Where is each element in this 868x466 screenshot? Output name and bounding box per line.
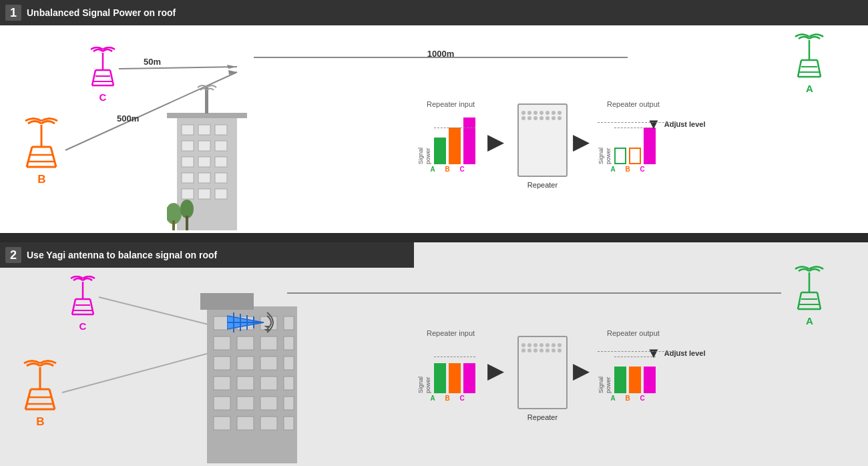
svg-rect-89 <box>214 377 230 390</box>
chart-output-top: Repeater output Signalpower A <box>598 100 660 173</box>
svg-rect-93 <box>214 397 230 410</box>
arrow-to-output-top: ▶ <box>573 130 588 154</box>
chart-input-title-top: Repeater input <box>427 100 475 108</box>
svg-rect-40 <box>215 189 227 199</box>
tower-c-top: C <box>87 47 119 103</box>
svg-rect-42 <box>205 87 208 113</box>
chart-output-ylabel-bottom: Signalpower <box>598 377 612 393</box>
svg-line-3 <box>817 60 821 77</box>
bar-input-c-label-top: C <box>456 166 468 173</box>
bar-input-b-bottom <box>449 363 461 393</box>
repeater-top: Repeater <box>517 103 568 177</box>
svg-line-70 <box>49 389 55 409</box>
svg-rect-84 <box>284 336 294 350</box>
chart-input-ylabel-bottom: Signalpower <box>417 377 432 393</box>
chart-input-title-bottom: Repeater input <box>427 329 475 337</box>
svg-marker-23 <box>227 65 237 69</box>
svg-line-9 <box>92 70 95 85</box>
arrow-to-repeater-bottom: ▶ <box>487 359 503 383</box>
tower-b-bottom: B <box>19 359 62 429</box>
svg-rect-92 <box>284 377 294 390</box>
svg-rect-98 <box>237 417 254 430</box>
svg-rect-94 <box>237 397 254 410</box>
adjust-level-top: ▼ Adjust level <box>646 115 706 133</box>
tower-a-top: A <box>791 33 828 94</box>
svg-line-55 <box>798 292 801 309</box>
svg-rect-26 <box>182 125 194 135</box>
chart-input-ylabel-top: Signalpower <box>417 148 432 164</box>
chart-output-title-bottom: Repeater output <box>607 329 660 337</box>
tower-a-label: A <box>791 83 828 94</box>
svg-rect-80 <box>284 316 294 330</box>
svg-rect-87 <box>260 357 277 370</box>
bar-output-a-top <box>614 148 626 164</box>
bar-output-c-top <box>644 128 656 164</box>
svg-rect-90 <box>237 377 254 390</box>
bar-input-b-label-top: B <box>441 166 453 173</box>
tower-b-top: B <box>20 117 63 186</box>
yagi-antenna <box>227 306 280 345</box>
bar-input-c-bottom <box>463 363 475 393</box>
chart-input-bottom: Repeater input Signalpower A B C <box>417 329 475 402</box>
building-top <box>167 83 247 233</box>
distance-50m-label: 50m <box>144 57 161 67</box>
svg-rect-33 <box>198 157 210 167</box>
tower-c-label-bottom: C <box>67 320 99 332</box>
svg-rect-27 <box>198 125 210 135</box>
chart-output-ylabel-top: Signalpower <box>598 148 612 164</box>
svg-line-69 <box>25 389 31 409</box>
svg-rect-86 <box>237 357 254 370</box>
tower-a-bottom: A <box>791 266 828 326</box>
section2-header: 2 Use Yagi antenna to balance signal on … <box>0 242 414 268</box>
tower-b-label-bottom: B <box>19 415 62 429</box>
svg-rect-37 <box>215 173 227 183</box>
svg-rect-85 <box>214 357 230 370</box>
tower-c-label-top: C <box>87 91 119 103</box>
repeater-label-bottom: Repeater <box>519 413 566 421</box>
bar-output-b-top <box>629 148 641 164</box>
bar-input-a-bottom <box>434 363 446 393</box>
svg-line-62 <box>72 299 75 314</box>
svg-line-2 <box>798 60 801 77</box>
svg-line-17 <box>51 147 56 167</box>
repeater-label-top: Repeater <box>519 181 566 189</box>
svg-rect-88 <box>284 357 294 370</box>
svg-line-21 <box>119 67 237 69</box>
svg-line-16 <box>27 147 32 167</box>
building-bottom <box>200 266 304 466</box>
adjust-label-top: Adjust level <box>664 120 706 128</box>
svg-line-56 <box>817 292 821 309</box>
section2-title: Use Yagi antenna to balance signal on ro… <box>27 250 217 260</box>
svg-rect-41 <box>167 113 247 118</box>
svg-rect-46 <box>186 216 188 230</box>
distance-1000m: 1000m <box>254 57 628 58</box>
svg-rect-39 <box>198 189 210 199</box>
bar-input-c-top <box>463 118 475 164</box>
line-to-tower-a-bottom <box>287 292 781 294</box>
bar-input-a-top <box>434 138 446 164</box>
section1-title: Unbalanced Signal Power on roof <box>27 7 176 18</box>
svg-rect-100 <box>284 417 294 430</box>
svg-rect-28 <box>215 125 227 135</box>
svg-line-63 <box>90 299 93 314</box>
adjust-dashed-bottom <box>598 351 681 352</box>
section-2: 2 Use Yagi antenna to balance signal on … <box>0 242 868 466</box>
chart-input-top: Repeater input Signalpower A B C <box>417 100 475 173</box>
section1-number: 1 <box>5 5 21 21</box>
svg-rect-35 <box>182 173 194 183</box>
svg-rect-29 <box>182 141 194 151</box>
svg-point-45 <box>180 200 194 218</box>
svg-rect-38 <box>182 189 194 199</box>
bar-output-b-bottom <box>629 367 641 393</box>
svg-rect-95 <box>260 397 277 410</box>
arrow-to-repeater-top: ▶ <box>487 130 503 154</box>
adjust-level-bottom: ▼ Adjust level <box>646 344 706 362</box>
svg-rect-34 <box>215 157 227 167</box>
section-divider <box>0 233 868 242</box>
bar-input-a-label-top: A <box>427 166 439 173</box>
bar-input-b-top <box>449 128 461 164</box>
section2-number: 2 <box>5 247 21 263</box>
svg-rect-36 <box>198 173 210 183</box>
tower-c-bottom: C <box>67 276 99 332</box>
tower-a-label-bottom: A <box>791 315 828 326</box>
